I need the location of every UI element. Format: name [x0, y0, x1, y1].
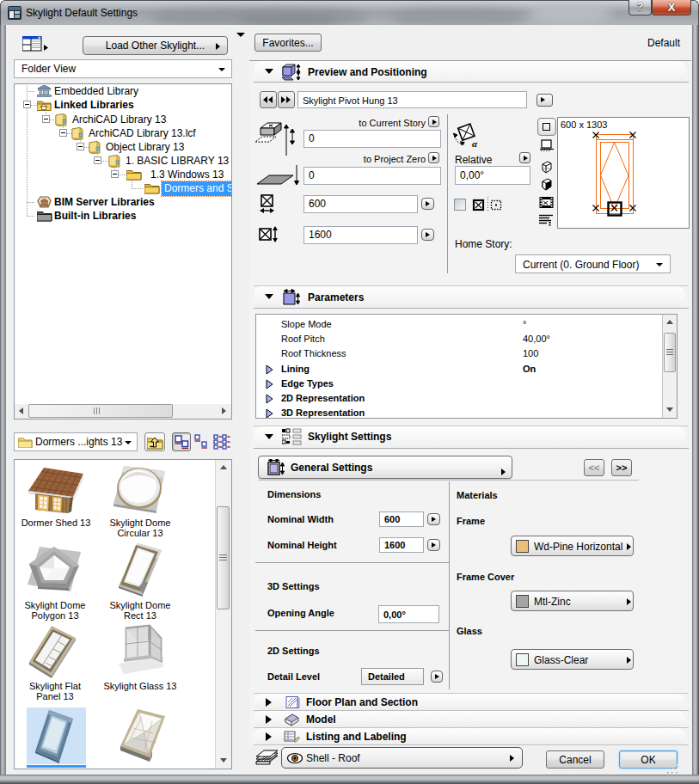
svg-text:α: α — [472, 138, 478, 148]
